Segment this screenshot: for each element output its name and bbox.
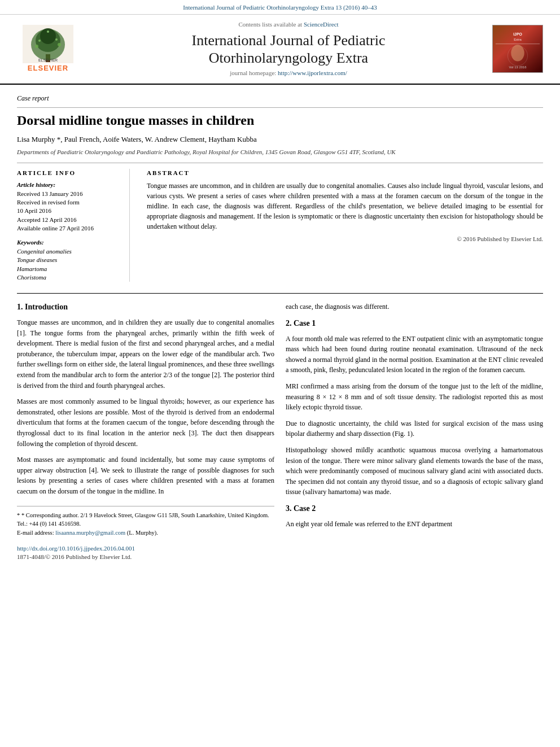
section2-para4: Histopathology showed mildly acanthotic … xyxy=(286,445,543,497)
journal-header: ELSEVIER ELSEVIER Contents lists availab… xyxy=(0,15,560,84)
body-two-col: 1. Introduction Tongue masses are uncomm… xyxy=(17,302,543,561)
article-info-column: ARTICLE INFO Article history: Received 1… xyxy=(17,169,130,282)
section1-para2: Masses are most commonly assumed to be l… xyxy=(17,396,274,449)
svg-point-7 xyxy=(38,40,41,42)
section1-para1: Tongue masses are uncommon, and in child… xyxy=(17,317,274,391)
revised-date: 10 April 2016 xyxy=(17,207,118,215)
elsevier-wordmark: ELSEVIER xyxy=(28,63,68,73)
info-abstract-section: ARTICLE INFO Article history: Received 1… xyxy=(17,169,543,282)
section1-heading: 1. Introduction xyxy=(17,302,274,313)
available-date: Available online 27 April 2016 xyxy=(17,224,118,233)
footnote-email-line: E-mail address: lisaanna.murphy@gmail.co… xyxy=(17,528,274,538)
footnote-text: * * Corresponding author. 2/1 9 Havelock… xyxy=(17,511,274,529)
sciencedirect-link[interactable]: ScienceDirect xyxy=(304,21,339,28)
svg-point-6 xyxy=(58,43,61,46)
email-label: E-mail address: xyxy=(17,530,55,536)
body-right-column: each case, the diagnosis was different. … xyxy=(286,302,543,561)
svg-text:ELSEVIER: ELSEVIER xyxy=(38,58,58,62)
svg-rect-14 xyxy=(496,44,540,45)
section1-continued: each case, the diagnosis was different. xyxy=(286,302,543,312)
article-info-heading: ARTICLE INFO xyxy=(17,169,118,177)
journal-title-block: Contents lists available at ScienceDirec… xyxy=(85,20,492,77)
body-left-column: 1. Introduction Tongue masses are uncomm… xyxy=(17,302,274,561)
footnote-star: * xyxy=(17,512,21,518)
elsevier-logo: ELSEVIER ELSEVIER xyxy=(11,25,85,73)
divider-1 xyxy=(17,107,543,108)
svg-point-9 xyxy=(47,30,49,33)
revised-label: Received in revised form xyxy=(17,198,118,207)
copyright-note: © 2016 Published by Elsevier Ltd. xyxy=(147,235,543,243)
journal-cover-image: IJPO Extra Vol 13 2016 xyxy=(492,25,549,73)
divider-2 xyxy=(17,163,543,163)
doi-section: http://dx.doi.org/10.1016/j.jjpedex.2016… xyxy=(17,544,274,562)
keywords-label: Keywords: xyxy=(17,238,118,247)
keyword-2: Tongue diseases xyxy=(17,256,118,264)
journal-header-bar: International Journal of Pediatric Otorh… xyxy=(0,0,560,15)
sciencedirect-info: Contents lists available at ScienceDirec… xyxy=(96,20,481,29)
article-history: Article history: Received 13 January 201… xyxy=(17,181,118,233)
svg-point-8 xyxy=(55,38,58,41)
email-suffix: (L. Murphy). xyxy=(127,530,158,536)
footnote-section: * * Corresponding author. 2/1 9 Havelock… xyxy=(17,506,274,538)
journal-homepage: journal homepage: http://www.ijporlextra… xyxy=(96,69,481,77)
affiliation: Departments of Paediatric Otolaryngology… xyxy=(17,148,543,156)
section2-para1: A four month old male was referred to th… xyxy=(286,334,543,375)
authors-list: Lisa Murphy *, Paul French, Aoife Waters… xyxy=(17,134,543,145)
abstract-text: Tongue masses are uncommon, and in child… xyxy=(147,181,543,231)
journal-citation: International Journal of Pediatric Otorh… xyxy=(183,4,377,11)
journal-title: International Journal of Pediatric Otorh… xyxy=(96,32,481,67)
accepted-date: Accepted 12 April 2016 xyxy=(17,216,118,224)
section3-para1: An eight year old female was referred to… xyxy=(286,519,543,530)
paper-title: Dorsal midline tongue masses in children xyxy=(17,112,543,129)
abstract-heading: ABSTRACT xyxy=(147,169,543,177)
section2-para2: MRI confirmed a mass arising from the do… xyxy=(286,381,543,413)
section1-para3: Most masses are asymptomatic and found i… xyxy=(17,455,274,496)
elsevier-logo-container: ELSEVIER ELSEVIER xyxy=(11,25,85,73)
svg-text:Vol 13 2016: Vol 13 2016 xyxy=(509,66,527,69)
section2-heading: 2. Case 1 xyxy=(286,318,543,329)
elsevier-tree-icon: ELSEVIER xyxy=(23,25,73,63)
article-type-label: Case report xyxy=(17,90,543,103)
svg-text:Extra: Extra xyxy=(514,38,522,42)
keyword-1: Congenital anomalies xyxy=(17,247,118,256)
svg-text:IJPO: IJPO xyxy=(513,32,522,36)
cover-image: IJPO Extra Vol 13 2016 xyxy=(492,25,543,73)
keyword-3: Hamartoma xyxy=(17,265,118,273)
svg-point-16 xyxy=(511,45,524,62)
received-date: Received 13 January 2016 xyxy=(17,190,118,198)
main-content: Case report Dorsal midline tongue masses… xyxy=(0,85,560,573)
section2-para3: Due to diagnostic uncertainty, the child… xyxy=(286,418,543,439)
doi-link[interactable]: http://dx.doi.org/10.1016/j.jjpedex.2016… xyxy=(17,544,274,553)
elsevier-footer: 1871-4048/© 2016 Published by Elsevier L… xyxy=(17,553,274,561)
abstract-column: ABSTRACT Tongue masses are uncommon, and… xyxy=(147,169,543,282)
body-section: 1. Introduction Tongue masses are uncomm… xyxy=(17,293,543,561)
journal-homepage-link[interactable]: http://www.ijporlextra.com/ xyxy=(278,69,347,76)
keyword-4: Choristoma xyxy=(17,273,118,282)
svg-point-5 xyxy=(35,45,38,48)
footnote-address: * Corresponding author. 2/1 9 Havelock S… xyxy=(17,512,269,527)
keywords-section: Keywords: Congenital anomalies Tongue di… xyxy=(17,238,118,282)
history-label: Article history: xyxy=(17,181,118,189)
footnote-email-link[interactable]: lisaanna.murphy@gmail.com xyxy=(55,530,125,536)
section3-heading: 3. Case 2 xyxy=(286,503,543,514)
